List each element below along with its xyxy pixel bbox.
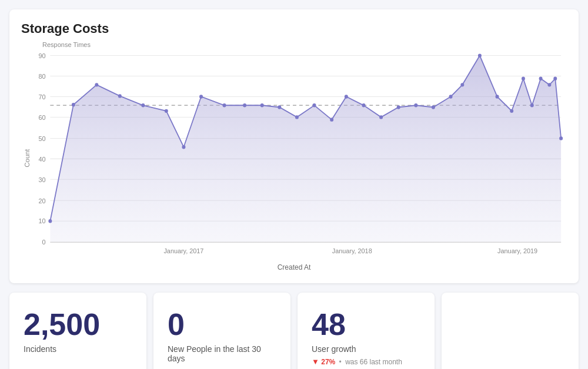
stat-value-incidents: 2,500: [24, 309, 132, 340]
svg-point-39: [379, 115, 383, 119]
stat-label-incidents: Incidents: [24, 344, 132, 354]
y-axis-label: Response Times: [42, 41, 567, 48]
svg-point-32: [260, 103, 264, 107]
svg-point-52: [553, 77, 557, 80]
svg-text:20: 20: [38, 197, 45, 204]
svg-text:90: 90: [38, 52, 45, 59]
storage-costs-card: Storage Costs Response Times: [9, 9, 579, 283]
svg-point-23: [72, 103, 75, 106]
svg-point-43: [449, 95, 453, 98]
svg-point-47: [510, 109, 513, 113]
svg-point-22: [48, 219, 52, 223]
svg-point-48: [522, 77, 525, 80]
svg-text:January, 2018: January, 2018: [332, 247, 372, 254]
svg-point-50: [539, 77, 543, 80]
svg-point-41: [414, 103, 417, 107]
svg-point-45: [478, 53, 482, 57]
svg-point-42: [432, 105, 435, 109]
svg-point-26: [141, 103, 145, 107]
svg-point-40: [397, 105, 400, 109]
stat-card-user-growth: 48 User growth ▼ 27% • was 66 last month: [298, 293, 435, 369]
svg-point-36: [330, 118, 333, 121]
svg-point-24: [95, 83, 98, 86]
svg-point-33: [278, 105, 281, 109]
stat-value-new-people: 0: [168, 309, 276, 340]
svg-point-30: [223, 103, 226, 107]
stat-card-new-people: 0 New People in the last 30 days: [153, 293, 290, 369]
svg-text:30: 30: [38, 176, 45, 183]
chart-title: Storage Costs: [21, 21, 567, 36]
stat-value-user-growth: 48: [312, 309, 420, 340]
stat-label-new-people: New People in the last 30 days: [168, 344, 276, 363]
svg-point-34: [295, 115, 299, 119]
svg-text:Count: Count: [24, 149, 31, 167]
svg-text:January, 2019: January, 2019: [497, 247, 537, 254]
stat-was: was 66 last month: [345, 358, 402, 366]
svg-point-28: [182, 145, 185, 149]
svg-text:60: 60: [38, 113, 45, 120]
stats-row: 2,500 Incidents 0 New People in the last…: [9, 293, 579, 369]
svg-point-44: [460, 83, 464, 86]
x-axis-label: Created At: [21, 263, 567, 271]
down-arrow-icon: ▼: [312, 357, 319, 366]
stat-card-incidents: 2,500 Incidents: [9, 293, 146, 369]
svg-point-35: [313, 103, 316, 107]
svg-text:50: 50: [38, 135, 45, 142]
svg-text:70: 70: [38, 93, 45, 100]
svg-point-25: [118, 94, 122, 98]
stat-card-empty: [442, 293, 579, 369]
svg-text:10: 10: [38, 217, 45, 224]
svg-point-51: [547, 83, 551, 86]
svg-text:40: 40: [38, 155, 45, 162]
stat-pct: 27%: [321, 358, 335, 366]
svg-text:0: 0: [42, 239, 45, 246]
chart-container: 90 80 70 60 50 40 30 20 10 0 Count: [21, 49, 567, 261]
svg-point-49: [530, 103, 534, 107]
chart-svg: 90 80 70 60 50 40 30 20 10 0 Count: [21, 49, 567, 261]
svg-point-38: [362, 103, 366, 107]
stat-label-user-growth: User growth: [312, 344, 420, 354]
svg-text:January, 2017: January, 2017: [163, 247, 203, 254]
stat-sub-user-growth: ▼ 27% • was 66 last month: [312, 357, 420, 366]
svg-text:80: 80: [38, 72, 45, 79]
svg-point-29: [199, 95, 203, 98]
svg-point-37: [345, 95, 348, 98]
svg-point-53: [559, 136, 563, 140]
svg-point-46: [496, 95, 499, 98]
svg-point-31: [243, 103, 246, 107]
svg-point-27: [165, 109, 168, 113]
